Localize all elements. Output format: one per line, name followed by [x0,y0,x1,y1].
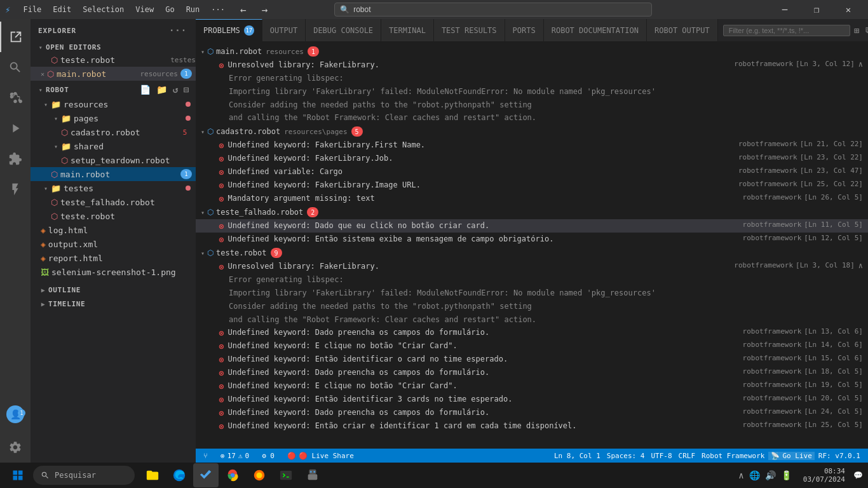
taskbar-clock[interactable]: 08:34 03/07/2024 [798,467,850,484]
problem-entao-criar-identificar[interactable]: ⊗ Undefined keyword: Então criar e ident… [196,419,868,433]
notification-button[interactable]: 💬 [850,463,865,487]
tray-battery[interactable]: 🔋 [780,469,793,482]
menu-run[interactable]: Run [181,4,205,15]
taskbar-robot[interactable] [300,463,325,487]
nav-back[interactable]: ← [235,3,252,17]
title-search-bar[interactable]: 🔍 [334,3,652,17]
tray-network[interactable]: 🌐 [748,469,761,482]
activity-remote[interactable]: 👤 1 [0,399,31,430]
filter-icon[interactable]: ⊞ [851,24,862,37]
avatar[interactable]: 👤 1 [6,405,24,423]
problem-unresolved-faker-main[interactable]: ⊗ Unresolved library: FakerLibrary. robo… [196,58,868,72]
tab-robot-documentation[interactable]: ROBOT DOCUMENTATION [544,19,647,41]
teste-falhado-group-header[interactable]: ▾ ⬡ teste_falhado.robot 2 [196,205,868,219]
nav-forward[interactable]: → [257,3,273,17]
tray-chevron[interactable]: ∧ [737,469,745,482]
filter-input[interactable] [723,25,850,36]
problem-unresolved-faker-teste[interactable]: ⊗ Unresolved library: FakerLibrary. robo… [196,260,868,273]
problem-faker-image-url[interactable]: ⊗ Undefined keyword: FakerLibrary.Image … [196,179,868,192]
taskbar-chrome[interactable] [220,463,245,487]
tree-teste-falhado[interactable]: ⬡ teste_falhado.robot [31,195,196,209]
minimize-button[interactable]: ─ [770,0,799,19]
taskbar-terminal[interactable] [273,463,299,487]
problem-dado-preencha-2[interactable]: ⊗ Undefined keyword: Dado preencha os ca… [196,366,868,379]
teste-robot-group-header[interactable]: ▾ ⬡ teste.robot 9 [196,246,868,260]
main-robot-group-header[interactable]: ▾ ⬡ main.robot resources 1 [196,44,868,58]
close-main-robot-icon[interactable]: ✕ [41,71,44,78]
title-search-input[interactable] [353,5,646,14]
status-encoding[interactable]: UTF-8 [648,452,674,460]
collapse-button[interactable]: ⊟ [182,83,191,96]
tree-pages-folder[interactable]: ▾ 📁 pages [31,111,196,125]
timeline-section[interactable]: ▶ Timeline [31,297,196,311]
menu-file[interactable]: File [18,4,46,15]
tree-output-xml[interactable]: ◈ output.xml [31,237,196,251]
collapse-error-icon[interactable]: ∧ [858,60,863,69]
menu-edit[interactable]: Edit [48,4,76,15]
tree-shared-folder[interactable]: ▾ 📁 shared [31,139,196,153]
tree-resources-folder[interactable]: ▾ 📁 resources [31,97,196,111]
activity-settings[interactable] [0,432,31,463]
taskbar-file-explorer[interactable] [140,463,165,487]
taskbar-vscode[interactable] [193,463,219,487]
start-button[interactable] [3,463,33,488]
cadastro-robot-group-header[interactable]: ▾ ⬡ cadastro.robot resources\pages 5 [196,125,868,139]
problem-e-clique-2[interactable]: ⊗ Undefined keyword: E clique no botão "… [196,379,868,393]
activity-source-control[interactable] [0,83,31,113]
status-rf-version[interactable]: RF: v7.0.1 [816,452,863,460]
problem-dado-preencha-1[interactable]: ⊗ Undefined keyword: Dado preencha os ca… [196,326,868,339]
status-golive[interactable]: 📡 Go Live [768,452,814,460]
problem-faker-job[interactable]: ⊗ Undefined keyword: FakerLibrary.Job. r… [196,152,868,165]
tab-problems[interactable]: PROBLEMS 17 [196,19,262,41]
problem-entao-identificar-1[interactable]: ⊗ Undefined keyword: Então identificar o… [196,353,868,366]
tree-setup-teardown[interactable]: ⬡ setup_teardown.robot [31,153,196,167]
problem-entao-sistema[interactable]: ⊗ Undefined keyword: Então sistema exibe… [196,233,868,246]
robot-section-header[interactable]: ▾ Robot 📄 📁 ↺ ⊟ [31,82,196,97]
activity-extensions[interactable] [0,144,31,174]
menu-view[interactable]: View [130,4,159,15]
menu-selection[interactable]: Selection [78,4,129,15]
status-eol[interactable]: CRLF [676,452,698,460]
collapse-error-icon2[interactable]: ∧ [858,261,863,270]
status-errors[interactable]: ⊗ 17 ⚠ 0 [218,452,252,460]
tab-terminal[interactable]: TERMINAL [381,19,434,41]
status-cursor[interactable]: Ln 8, Col 1 [552,452,603,460]
activity-run[interactable] [0,113,31,144]
problem-dado-click[interactable]: ⊗ Undefined keyword: Dado que eu click n… [196,219,868,233]
problem-e-clique-1[interactable]: ⊗ Undefined keyword: E clique no botão "… [196,339,868,353]
taskbar-firefox[interactable] [247,463,272,487]
taskbar-edge[interactable] [166,463,192,487]
activity-test[interactable] [0,174,31,205]
tray-sound[interactable]: 🔊 [764,469,777,482]
refresh-button[interactable]: ↺ [172,83,180,96]
tab-ports[interactable]: PORTS [505,19,544,41]
problem-mandatory-text[interactable]: ⊗ Mandatory argument missing: text robot… [196,192,868,205]
menu-go[interactable]: Go [160,4,179,15]
problem-entao-identificar-3[interactable]: ⊗ Undefined keyword: Então identificar 3… [196,393,868,406]
restore-button[interactable]: ❐ [802,0,831,19]
outline-section[interactable]: ▶ Outline [31,283,196,297]
status-liveshare[interactable]: 🔴 🔴 Live Share [285,452,356,460]
tab-robot-output[interactable]: ROBOT OUTPUT [647,19,718,41]
tree-report-html[interactable]: ◈ report.html [31,251,196,265]
new-folder-button[interactable]: 📁 [155,83,169,96]
status-watch[interactable]: ⚙ 0 [259,452,277,460]
tree-cadastro-robot[interactable]: ⬡ cadastro.robot 5 [31,125,196,139]
more-actions-button[interactable]: ··· [168,24,188,37]
open-editor-teste-robot[interactable]: ⬡ teste.robot testes [31,53,196,67]
tab-test-results[interactable]: TEST RESULTS [434,19,505,41]
tab-debug-console[interactable]: DEBUG CONSOLE [306,19,381,41]
tree-screenshot-png[interactable]: 🖼 selenium-screenshot-1.png [31,265,196,279]
tree-testes-folder[interactable]: ▾ 📁 testes [31,181,196,195]
open-editors-header[interactable]: ▾ Open Editors [31,42,196,53]
tree-log-html[interactable]: ◈ log.html [31,223,196,237]
tab-output[interactable]: OUTPUT [262,19,306,41]
status-spaces[interactable]: Spaces: 4 [604,452,648,460]
close-button[interactable]: ✕ [834,0,863,19]
open-editor-main-robot[interactable]: ✕ ⬡ main.robot resources 1 [31,67,196,81]
status-remote[interactable]: ⑂ [201,452,210,460]
activity-search[interactable] [0,52,31,83]
problem-cargo-variable[interactable]: ⊗ Undefined variable: Cargo robotframewo… [196,165,868,179]
problem-faker-firstname[interactable]: ⊗ Undefined keyword: FakerLibrary.First … [196,139,868,152]
tree-main-robot[interactable]: ⬡ main.robot 1 [31,167,196,181]
